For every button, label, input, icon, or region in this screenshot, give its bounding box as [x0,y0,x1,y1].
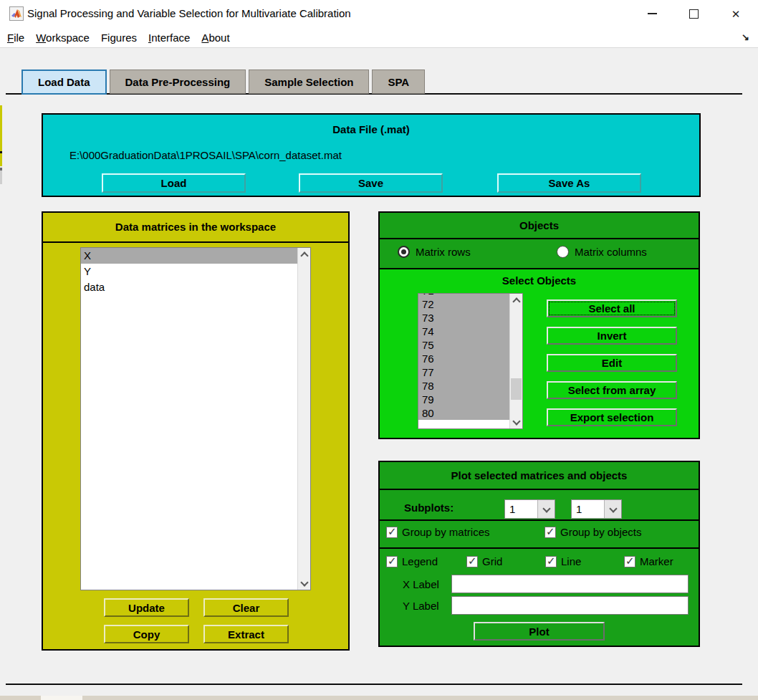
menu-item[interactable]: About [201,32,229,44]
subplot-rows-value: 1 [505,500,537,518]
save-as-button[interactable]: Save As [497,173,641,193]
checkbox-icon: ✓ [466,556,478,567]
export-selection-button[interactable]: Export selection [547,408,677,426]
workspace-matrix-item[interactable]: X [81,248,310,264]
tab[interactable]: SPA [372,69,425,94]
menu-item[interactable]: Interface [148,32,190,44]
tab-bar: Load DataData Pre-ProcessingSample Selec… [21,69,425,95]
objects-panel: Objects Matrix rows Matrix columns Selec… [378,211,700,439]
object-item[interactable]: 74 [418,325,522,338]
object-item[interactable]: 79 [418,393,522,406]
marker-label: Marker [640,555,673,567]
separator [380,268,699,269]
objects-radio-band: Matrix rows Matrix columns [380,239,699,268]
group-by-objects-checkbox[interactable]: ✓ Group by objects [544,526,641,538]
x-label-caption: X Label [403,578,439,590]
x-label-input[interactable] [451,575,689,593]
data-file-panel: Data File (.mat) E:\000GraduationData\1P… [42,113,701,197]
y-label-input[interactable] [451,596,689,615]
maximize-button[interactable] [677,0,710,27]
scrollbar-thumb[interactable] [511,378,522,400]
subplot-rows-dropdown[interactable]: 1 [504,499,555,519]
tab[interactable]: Load Data [21,69,107,95]
chevron-down-icon[interactable] [604,500,621,518]
workspace-matrix-item[interactable]: data [81,279,310,295]
data-file-path: E:\000GraduationData\1PROSAIL\SPA\corn_d… [69,149,342,161]
window-title: Signal Processing and Variable Selection… [27,7,351,19]
checkbox-icon: ✓ [545,556,557,567]
menu-item[interactable]: Figures [101,32,137,44]
menu-item[interactable]: Workspace [36,32,90,44]
workspace-matrix-item[interactable]: Y [81,264,310,279]
workspace-list-scrollbar[interactable] [297,248,310,590]
background-artifact [41,696,82,700]
matrix-columns-radio[interactable]: Matrix columns [557,246,647,258]
bottom-divider [6,684,742,685]
clear-button[interactable]: Clear [203,598,289,617]
close-icon: ✕ [731,9,741,19]
plot-panel: Plot selected matrices and objects Subpl… [378,461,700,647]
legend-checkbox[interactable]: ✓ Legend [386,555,438,567]
update-button[interactable]: Update [104,598,189,617]
background-artifact [82,696,758,700]
line-checkbox[interactable]: ✓ Line [545,555,581,567]
objects-list-scrollbar[interactable] [509,294,522,428]
scroll-down-icon[interactable] [298,577,310,590]
edit-button[interactable]: Edit [547,354,677,372]
load-button[interactable]: Load [102,173,246,193]
radio-icon [398,246,410,258]
select-all-button[interactable]: Select all [547,299,677,317]
objects-panel-title: Objects [380,219,699,231]
matlab-app-icon [9,6,24,21]
scroll-up-icon[interactable] [510,294,522,306]
checkbox-icon: ✓ [386,556,398,567]
marker-checkbox[interactable]: ✓ Marker [624,555,673,567]
background-artifact [0,105,2,151]
dock-arrow-icon[interactable]: ↘ [742,32,749,42]
object-item[interactable]: 73 [418,311,522,325]
plot-button[interactable]: Plot [474,622,605,641]
object-item[interactable]: 72 [418,297,522,311]
tab[interactable]: Data Pre-Processing [110,69,246,94]
background-artifact [0,171,2,184]
invert-button[interactable]: Invert [547,327,677,345]
y-label-caption: Y Label [403,600,439,612]
grid-label: Grid [482,555,502,567]
scroll-down-icon[interactable] [510,416,522,428]
copy-button[interactable]: Copy [104,625,189,643]
chevron-down-icon[interactable] [537,500,555,518]
menu-bar: FileWorkspaceFiguresInterfaceAbout [0,27,758,48]
save-button[interactable]: Save [299,173,443,193]
select-objects-title: Select Objects [380,274,699,287]
close-button[interactable]: ✕ [719,0,752,27]
background-artifact [0,696,41,700]
object-item[interactable]: 76 [418,352,522,365]
workspace-matrix-listbox[interactable]: XYdata [80,247,311,590]
group-by-matrices-checkbox[interactable]: ✓ Group by matrices [386,526,490,538]
background-artifact [0,153,2,166]
matrix-rows-radio[interactable]: Matrix rows [398,246,471,258]
tab[interactable]: Sample Selection [249,69,369,94]
minimize-button[interactable] [635,0,668,27]
workspace-panel-title: Data matrices in the workspace [43,221,348,233]
object-item[interactable]: 77 [418,365,522,379]
separator [43,241,348,243]
matrix-columns-label: Matrix columns [575,246,647,258]
maximize-icon [689,9,699,19]
checkbox-icon: ✓ [544,527,556,538]
object-item[interactable]: 80 [418,406,522,420]
objects-panel-header: Objects [380,213,699,239]
scroll-up-icon[interactable] [298,248,310,260]
object-item[interactable]: 75 [418,338,522,352]
subplot-cols-dropdown[interactable]: 1 [571,499,622,519]
extract-button[interactable]: Extract [203,625,289,643]
subplots-label: Subplots: [404,502,454,514]
select-from-array-button[interactable]: Select from array [547,381,677,399]
grid-checkbox[interactable]: ✓ Grid [466,555,502,567]
group-by-objects-label: Group by objects [560,526,641,538]
workspace-panel: Data matrices in the workspace XYdata Up… [42,211,350,651]
menu-item[interactable]: File [7,32,24,44]
select-objects-listbox[interactable]: 71727374757677787980 [418,293,523,429]
line-label: Line [561,555,581,567]
object-item[interactable]: 78 [418,379,522,393]
